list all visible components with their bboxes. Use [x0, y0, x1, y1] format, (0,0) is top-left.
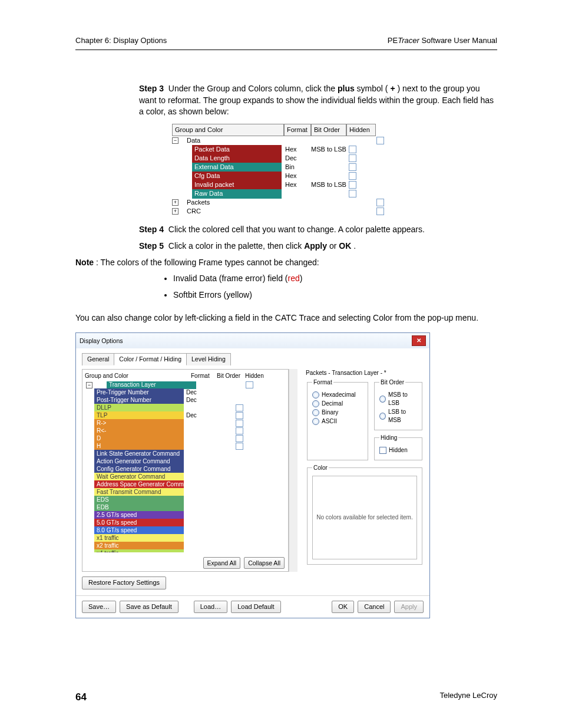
hidden-checkbox[interactable] [236, 435, 243, 442]
tab-general[interactable]: General [82, 353, 114, 365]
list-item[interactable]: 2.5 GT/s speed [94, 511, 184, 519]
hidden-checkbox[interactable] [376, 199, 384, 206]
restore-factory-button[interactable]: Restore Factory Settings [82, 577, 166, 589]
step5-a: Click a color in the palette, then click [168, 241, 304, 251]
list-item[interactable]: Action Generator Command [94, 457, 184, 466]
tab-level-hiding[interactable]: Level Hiding [186, 353, 231, 365]
radio-ascii[interactable] [312, 418, 319, 425]
plus-icon[interactable]: + [172, 199, 178, 206]
list-item[interactable]: EDS [94, 496, 184, 504]
hidden-checkbox[interactable] [349, 181, 356, 189]
hdr-italic: Tracer [398, 36, 419, 45]
bullet1-red: red [288, 274, 300, 283]
fig1-row[interactable]: Raw Data [192, 189, 282, 198]
step5-c: or [329, 241, 339, 251]
list-item[interactable]: x4 traffic [94, 549, 184, 552]
save-default-button[interactable]: Save as Default [120, 601, 178, 613]
hidden-checkbox[interactable] [349, 190, 356, 197]
load-default-button[interactable]: Load Default [231, 601, 280, 613]
note-label: Note [75, 258, 94, 267]
list-item[interactable]: Fast Transmit Command [94, 488, 184, 496]
hidden-checkbox[interactable] [349, 172, 356, 180]
load-button[interactable]: Load… [194, 601, 227, 613]
hidden-checkbox[interactable] [236, 404, 243, 411]
minus-icon[interactable]: − [172, 137, 178, 144]
list-item[interactable]: R-> [94, 419, 184, 427]
radio-hex[interactable] [312, 391, 319, 398]
checkbox-hidden[interactable] [379, 447, 386, 454]
hidden-checkbox[interactable] [236, 412, 243, 419]
hidden-checkbox[interactable] [236, 427, 243, 434]
fig1-group[interactable]: Packets [187, 198, 210, 207]
list-item[interactable]: Address Space Generator Command [94, 480, 184, 489]
step-5: Step 5 Click a color in the palette, the… [139, 241, 497, 252]
fig1-format: Hex [282, 180, 309, 189]
scrollbar[interactable] [289, 369, 297, 572]
list-format: Dec [184, 411, 212, 420]
cancel-button[interactable]: Cancel [358, 601, 391, 613]
fig1-col-format: Format [284, 124, 311, 136]
list-item[interactable]: DLLP [94, 404, 184, 412]
step3-c: symbol ( [357, 84, 388, 93]
step4-text: Click the colored cell that you want to … [168, 225, 425, 234]
note-text: : The colors of the following Frame type… [96, 258, 319, 267]
para-change-color: You can also change color by left-clicki… [75, 312, 497, 324]
list-item[interactable]: 5.0 GT/s speed [94, 519, 184, 527]
minus-icon[interactable]: − [86, 382, 92, 388]
list-item[interactable]: D [94, 434, 184, 443]
expand-all-button[interactable]: Expand All [203, 557, 241, 569]
ok-button[interactable]: OK [332, 601, 354, 613]
hidden-checkbox[interactable] [376, 207, 384, 215]
radio-lsb-msb[interactable] [379, 413, 386, 420]
root-transaction-layer[interactable]: Transaction Layer [107, 381, 196, 390]
list-item[interactable]: x2 traffic [94, 542, 184, 550]
fig1-group[interactable]: CRC [187, 207, 201, 216]
hidden-checkbox[interactable] [376, 137, 384, 144]
list-item[interactable]: Wait Generator Command [94, 473, 184, 481]
list-item[interactable]: x1 traffic [94, 534, 184, 542]
tab-color-format-hiding[interactable]: Color / Format / Hiding [114, 353, 187, 365]
list-item[interactable]: Post-Trigger Number [94, 396, 184, 404]
header-chapter: Chapter 6: Display Options [75, 35, 167, 46]
fig1-format: Bin [282, 163, 309, 172]
plus-icon[interactable]: + [172, 208, 178, 215]
hidden-checkbox[interactable] [349, 146, 356, 153]
fig1-row[interactable]: Cfg Data [192, 172, 282, 180]
opt-dec: Decimal [322, 400, 343, 408]
fig1-row[interactable]: Packet Data [192, 145, 282, 154]
fig1-col-hidden: Hidden [346, 124, 376, 136]
radio-dec[interactable] [312, 400, 319, 407]
list-item[interactable]: Config Generator Command [94, 465, 184, 473]
list-item[interactable]: Link State Generator Command [94, 450, 184, 458]
close-icon[interactable]: ✕ [412, 335, 426, 346]
fig1-row[interactable]: External Data [192, 163, 282, 172]
hidden-checkbox[interactable] [349, 163, 356, 171]
radio-msb-lsb[interactable] [379, 396, 386, 403]
list-item[interactable]: H [94, 442, 184, 450]
step3-plus-word: plus [338, 84, 355, 93]
step4-label: Step 4 [139, 225, 164, 234]
save-button[interactable]: Save… [82, 601, 116, 613]
step3-plus-sym: + [390, 84, 395, 93]
lp-col-bitorder: Bit Order [217, 372, 245, 380]
opt-bin: Binary [322, 409, 338, 417]
hidden-checkbox[interactable] [236, 420, 243, 427]
list-item[interactable]: EDB [94, 503, 184, 512]
collapse-all-button[interactable]: Collapse All [244, 557, 285, 569]
hidden-checkbox[interactable] [349, 154, 356, 162]
step5-apply: Apply [304, 241, 327, 251]
fig1-format: Hex [282, 172, 309, 180]
list-item[interactable]: TLP [94, 411, 184, 420]
note: Note : The colors of the following Frame… [75, 257, 497, 269]
hidden-checkbox[interactable] [236, 443, 243, 450]
list-item[interactable]: R<- [94, 427, 184, 435]
fig1-row[interactable]: Data Length [192, 154, 282, 163]
hidden-checkbox[interactable] [246, 381, 253, 388]
apply-button[interactable]: Apply [394, 601, 424, 613]
radio-bin[interactable] [312, 409, 319, 416]
step3-a: Under the Group and Colors column, click… [168, 84, 338, 93]
opt-hex: Hexadecimal [322, 391, 356, 399]
fig1-row[interactable]: Invalid packet [192, 180, 282, 189]
list-item[interactable]: Pre-Trigger Number [94, 388, 184, 397]
list-item[interactable]: 8.0 GT/s speed [94, 526, 184, 535]
